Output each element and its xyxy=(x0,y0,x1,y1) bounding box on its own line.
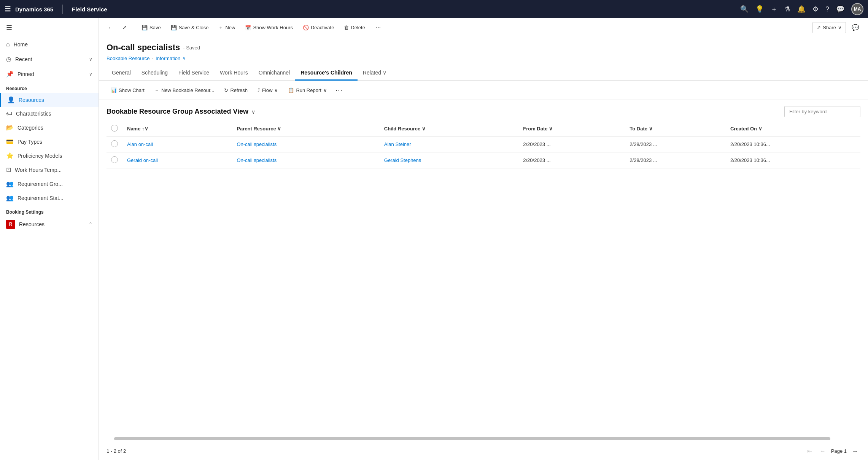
show-chart-button[interactable]: 📊 Show Chart xyxy=(107,85,149,95)
delete-button[interactable]: 🗑 Delete xyxy=(340,22,369,33)
run-report-label: Run Report xyxy=(296,87,321,93)
sidebar-item-pay-types[interactable]: 💳 Pay Types xyxy=(0,135,99,149)
tabs: General Scheduling Field Service Work Ho… xyxy=(99,66,868,81)
tab-general[interactable]: General xyxy=(107,66,136,81)
tab-scheduling[interactable]: Scheduling xyxy=(136,66,173,81)
refresh-icon: ↻ xyxy=(224,87,228,93)
more-button[interactable]: ⋯ xyxy=(372,22,385,33)
save-button[interactable]: 💾 Save xyxy=(137,22,165,33)
settings-icon[interactable]: ⚙ xyxy=(812,5,819,13)
sidebar-item-resources[interactable]: 👤 Resources xyxy=(0,93,99,107)
breadcrumb-chevron-icon[interactable]: ∨ xyxy=(183,56,186,61)
col-header-parent-resource[interactable]: Parent Resource ∨ xyxy=(232,122,379,136)
filter-by-keyword-input[interactable] xyxy=(784,106,860,117)
horizontal-scrollbar[interactable] xyxy=(114,437,830,440)
row2-parent-cell: On-call specialists xyxy=(232,152,379,168)
req-stat-icon: 👥 xyxy=(6,194,14,201)
sidebar-characteristics-label: Characteristics xyxy=(16,111,51,117)
col-header-name[interactable]: Name ↑∨ xyxy=(122,122,232,136)
row1-child-link[interactable]: Alan Steiner xyxy=(384,141,411,147)
run-report-button[interactable]: 📋 Run Report ∨ xyxy=(284,85,331,95)
view-dropdown-icon[interactable]: ∨ xyxy=(251,109,255,115)
save-close-icon: 💾 xyxy=(171,25,177,30)
save-close-label: Save & Close xyxy=(179,25,209,30)
plus-icon[interactable]: ＋ xyxy=(771,5,777,14)
hamburger-icon[interactable]: ☰ xyxy=(5,5,11,13)
tab-field-service[interactable]: Field Service xyxy=(173,66,215,81)
page-title-row: On-call specialists - Saved xyxy=(107,43,860,52)
row2-child-link[interactable]: Gerald Stephens xyxy=(384,157,421,163)
sidebar-categories-label: Categories xyxy=(17,125,43,131)
row2-name-link[interactable]: Gerald on-call xyxy=(127,157,158,163)
recent-icon: ◷ xyxy=(6,56,11,63)
pinned-chevron-icon: ∨ xyxy=(89,71,92,77)
expand-button[interactable]: ⤢ xyxy=(118,22,131,33)
sidebar-item-categories[interactable]: 📂 Categories xyxy=(0,121,99,135)
filter-icon[interactable]: ⚗ xyxy=(784,5,790,13)
refresh-button[interactable]: ↻ Refresh xyxy=(220,85,252,95)
expand-icon: ⤢ xyxy=(122,25,127,30)
tab-omnichannel[interactable]: Omnichannel xyxy=(253,66,296,81)
row1-name-cell: Alan on-call xyxy=(122,136,232,152)
share-button[interactable]: ↗ Share ∨ xyxy=(812,22,846,33)
tab-field-service-label: Field Service xyxy=(178,70,209,76)
main-layout: ☰ ⌂ Home ◷ Recent ∨ 📌 Pinned ∨ Resource … xyxy=(0,18,868,460)
col-header-from-date[interactable]: From Date ∨ xyxy=(518,122,625,136)
sidebar-item-pinned[interactable]: 📌 Pinned ∨ xyxy=(0,67,99,81)
new-button[interactable]: ＋ New xyxy=(214,22,239,34)
next-page-button[interactable]: → xyxy=(850,447,860,455)
col-from-sort-icon: ∨ xyxy=(549,126,553,132)
sidebar-bottom-resources[interactable]: R Resources ⌃ xyxy=(0,216,99,232)
row1-checkbox[interactable] xyxy=(111,140,118,147)
col-header-created-on[interactable]: Created On ∨ xyxy=(726,122,860,136)
row2-checkbox[interactable] xyxy=(111,156,118,163)
tab-related-chevron-icon: ∨ xyxy=(383,70,386,76)
sidebar-item-requirement-gro[interactable]: 👥 Requirement Gro... xyxy=(0,177,99,191)
row1-parent-link[interactable]: On-call specialists xyxy=(237,141,277,147)
tab-related[interactable]: Related ∨ xyxy=(358,66,392,81)
breadcrumb-item-1[interactable]: Bookable Resource xyxy=(107,56,149,61)
save-close-button[interactable]: 💾 Save & Close xyxy=(167,22,213,33)
col-header-to-date[interactable]: To Date ∨ xyxy=(625,122,726,136)
row2-parent-link[interactable]: On-call specialists xyxy=(237,157,277,163)
inner-more-button[interactable]: ⋯ xyxy=(333,84,345,97)
nav-divider xyxy=(62,5,63,14)
new-bookable-button[interactable]: ＋ New Bookable Resour... xyxy=(150,84,218,96)
sidebar-item-proficiency-models[interactable]: ⭐ Proficiency Models xyxy=(0,149,99,163)
sidebar-item-recent[interactable]: ◷ Recent ∨ xyxy=(0,52,99,67)
sidebar-item-work-hours-temp[interactable]: ⊡ Work Hours Temp... xyxy=(0,163,99,177)
delete-label: Delete xyxy=(351,25,365,30)
search-icon[interactable]: 🔍 xyxy=(740,5,749,13)
delete-icon: 🗑 xyxy=(344,25,349,30)
tab-resources-children[interactable]: Resource's Children xyxy=(295,66,358,81)
tab-work-hours[interactable]: Work Hours xyxy=(215,66,253,81)
bell-icon[interactable]: 🔔 xyxy=(797,5,806,13)
idea-icon[interactable]: 💡 xyxy=(755,5,764,13)
help-icon[interactable]: ? xyxy=(825,5,829,13)
col-header-child-resource[interactable]: Child Resource ∨ xyxy=(380,122,518,136)
prev-page-button[interactable]: ← xyxy=(817,447,828,455)
breadcrumb-item-2[interactable]: Information xyxy=(156,56,180,61)
chat-icon[interactable]: 💬 xyxy=(836,5,844,13)
table-header-row: Name ↑∨ Parent Resource ∨ Child Resource… xyxy=(107,122,860,136)
flow-button[interactable]: ⤴ Flow ∨ xyxy=(253,85,282,95)
show-work-hours-icon: 📅 xyxy=(245,25,251,30)
sidebar-item-home[interactable]: ⌂ Home xyxy=(0,37,99,52)
sidebar-item-requirement-stat[interactable]: 👥 Requirement Stat... xyxy=(0,191,99,205)
sidebar-hamburger[interactable]: ☰ xyxy=(0,18,99,37)
first-page-button[interactable]: ⇤ xyxy=(805,447,814,455)
avatar[interactable]: MA xyxy=(851,3,863,15)
resources-icon: 👤 xyxy=(7,96,15,103)
new-label: New xyxy=(225,25,235,30)
header-checkbox[interactable] xyxy=(111,125,118,132)
sidebar-proficiency-label: Proficiency Models xyxy=(17,153,62,159)
deactivate-button[interactable]: 🚫 Deactivate xyxy=(299,22,338,33)
back-button[interactable]: ← xyxy=(103,22,117,33)
row1-name-link[interactable]: Alan on-call xyxy=(127,141,153,147)
share-icon: ↗ xyxy=(817,25,821,30)
toolbar-chat-button[interactable]: 💬 xyxy=(847,21,863,34)
sidebar-item-characteristics[interactable]: 🏷 Characteristics xyxy=(0,107,99,121)
bottom-icon-box: R xyxy=(6,220,15,229)
top-nav: ☰ Dynamics 365 Field Service 🔍 💡 ＋ ⚗ 🔔 ⚙… xyxy=(0,0,868,18)
show-work-hours-button[interactable]: 📅 Show Work Hours xyxy=(241,22,297,33)
